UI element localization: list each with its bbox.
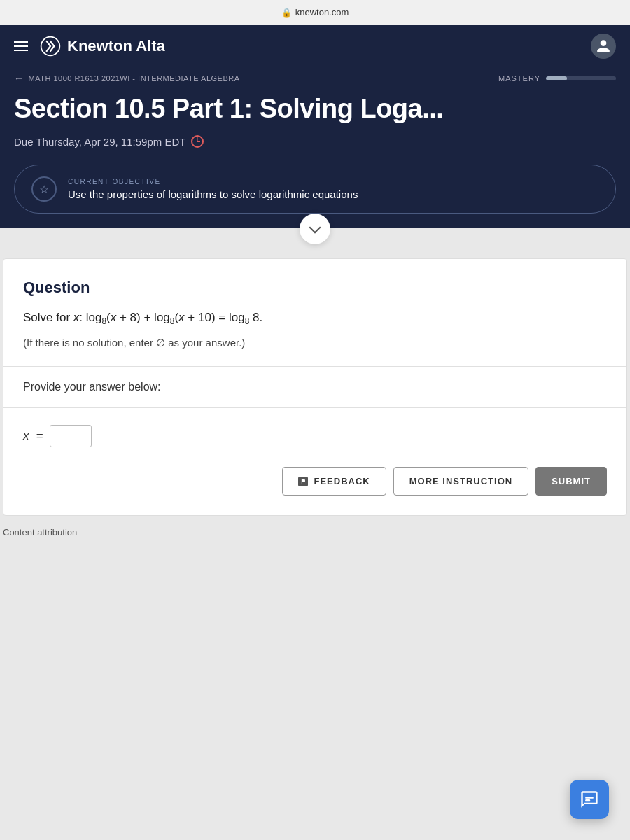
breadcrumb-bar: ← MATH 1000 R1613 2021WI - INTERMEDIATE …: [14, 67, 616, 87]
nav-bar: Knewton Alta: [14, 25, 616, 67]
objective-text: Use the properties of logarithms to solv…: [68, 188, 358, 200]
feedback-flag-icon: ⚑: [298, 477, 308, 486]
feedback-button-label: FEEDBACK: [314, 476, 370, 486]
logo-area: Knewton Alta: [39, 35, 165, 57]
back-arrow-icon[interactable]: ←: [14, 73, 24, 84]
clock-icon: [191, 135, 204, 148]
collapse-header-button[interactable]: [300, 214, 330, 244]
chevron-toggle-wrapper: [0, 214, 630, 244]
question-label: Question: [23, 279, 607, 297]
logo-text: Knewton Alta: [67, 37, 165, 55]
question-text: Solve for x: log8(x + 8) + log8(x + 10) …: [23, 308, 607, 328]
objective-box: ☆ CURRENT OBJECTIVE Use the properties o…: [14, 164, 616, 214]
answer-row: x =: [23, 425, 607, 447]
submit-label: SUBMIT: [552, 476, 591, 486]
mastery-bar-fill: [546, 76, 567, 80]
user-avatar-button[interactable]: [591, 34, 616, 59]
objective-content: CURRENT OBJECTIVE Use the properties of …: [68, 178, 358, 200]
main-content: Question Solve for x: log8(x + 8) + log8…: [0, 258, 630, 571]
chevron-down-icon: [309, 222, 321, 234]
browser-url: knewton.com: [295, 7, 349, 18]
page-title: Section 10.5 Part 1: Solving Loga...: [14, 87, 616, 130]
chat-button[interactable]: [570, 780, 609, 819]
chat-icon: [580, 790, 599, 809]
due-date: Due Thursday, Apr 29, 11:59pm EDT: [14, 130, 616, 164]
user-icon: [596, 38, 611, 54]
mastery-bar: [546, 76, 616, 80]
answer-input-field[interactable]: [50, 425, 92, 447]
lock-icon: 🔒: [281, 8, 292, 18]
mastery-label: MASTERY: [498, 74, 540, 83]
question-card: Question Solve for x: log8(x + 8) + log8…: [3, 258, 627, 516]
knewton-logo-icon: [39, 35, 62, 57]
content-attribution[interactable]: Content attribution: [0, 516, 630, 543]
nav-left: Knewton Alta: [14, 35, 165, 57]
answer-prompt-label: Provide your answer below:: [23, 381, 607, 393]
top-header: Knewton Alta ← MATH 1000 R1613 2021WI - …: [0, 25, 630, 227]
svg-rect-2: [585, 799, 590, 801]
equals-sign: =: [36, 429, 43, 443]
due-date-text: Due Thursday, Apr 29, 11:59pm EDT: [14, 136, 186, 148]
more-instruction-label: MORE INSTRUCTION: [410, 476, 512, 486]
objective-label: CURRENT OBJECTIVE: [68, 178, 358, 186]
question-hint: (If there is no solution, enter ∅ as you…: [23, 337, 607, 349]
variable-label: x: [23, 429, 29, 443]
feedback-button[interactable]: ⚑ FEEDBACK: [282, 467, 386, 496]
browser-bar: 🔒 knewton.com: [0, 0, 630, 25]
breadcrumb-text: MATH 1000 R1613 2021WI - INTERMEDIATE AL…: [29, 74, 240, 83]
more-instruction-button[interactable]: MORE INSTRUCTION: [393, 467, 528, 496]
answer-prompt-section: Provide your answer below:: [4, 367, 626, 408]
attribution-text: Content attribution: [3, 527, 77, 538]
answer-input-section: x = ⚑ FEEDBACK MORE INSTRUCTION SUBMIT: [4, 408, 626, 515]
hamburger-menu-icon[interactable]: [14, 41, 28, 51]
submit-button[interactable]: SUBMIT: [536, 467, 607, 496]
mastery-area: MASTERY: [498, 74, 616, 83]
breadcrumb-left[interactable]: ← MATH 1000 R1613 2021WI - INTERMEDIATE …: [14, 73, 240, 84]
svg-rect-1: [585, 797, 594, 799]
action-buttons: ⚑ FEEDBACK MORE INSTRUCTION SUBMIT: [23, 467, 607, 496]
variable-x: x: [74, 311, 80, 324]
question-section: Question Solve for x: log8(x + 8) + log8…: [4, 259, 626, 367]
objective-star-icon: ☆: [31, 176, 57, 202]
